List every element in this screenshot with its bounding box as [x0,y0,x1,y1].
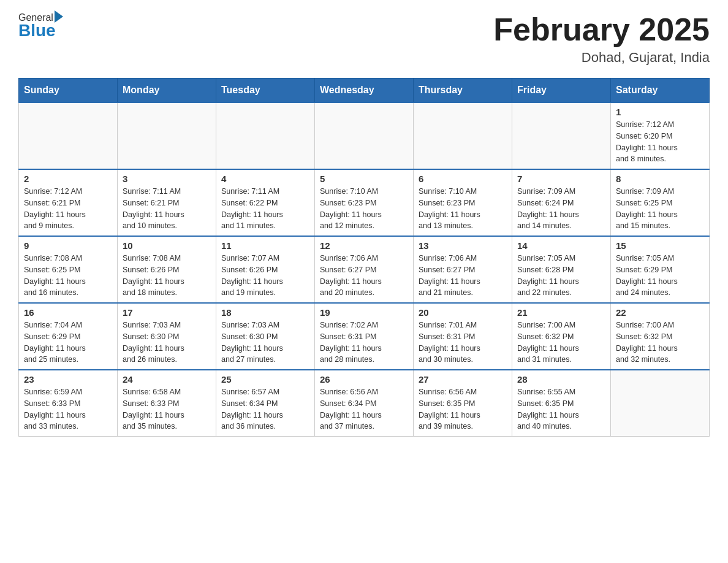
day-number: 23 [24,374,112,385]
day-number: 16 [24,307,112,318]
day-info: Sunrise: 6:56 AM Sunset: 6:34 PM Dayligh… [320,386,408,432]
day-number: 9 [24,240,112,251]
day-number: 21 [517,307,605,318]
day-number: 27 [419,374,507,385]
calendar-cell: 27Sunrise: 6:56 AM Sunset: 6:35 PM Dayli… [414,370,512,437]
day-number: 6 [419,174,507,184]
day-info: Sunrise: 6:55 AM Sunset: 6:35 PM Dayligh… [517,386,605,432]
day-info: Sunrise: 7:02 AM Sunset: 6:31 PM Dayligh… [320,320,408,366]
calendar-title: February 2025 [493,12,710,47]
calendar-cell: 19Sunrise: 7:02 AM Sunset: 6:31 PM Dayli… [315,303,414,370]
calendar-week-row: 1Sunrise: 7:12 AM Sunset: 6:20 PM Daylig… [19,102,710,169]
day-info: Sunrise: 6:58 AM Sunset: 6:33 PM Dayligh… [123,386,211,432]
calendar-week-row: 2Sunrise: 7:12 AM Sunset: 6:21 PM Daylig… [19,169,710,236]
calendar-cell [512,102,611,169]
calendar-week-row: 23Sunrise: 6:59 AM Sunset: 6:33 PM Dayli… [19,370,710,437]
day-info: Sunrise: 7:09 AM Sunset: 6:25 PM Dayligh… [616,186,704,232]
day-number: 17 [123,307,211,318]
day-number: 13 [419,240,507,251]
day-info: Sunrise: 7:03 AM Sunset: 6:30 PM Dayligh… [221,320,309,366]
day-number: 7 [517,174,605,184]
day-info: Sunrise: 7:06 AM Sunset: 6:27 PM Dayligh… [320,253,408,299]
calendar-cell: 22Sunrise: 7:00 AM Sunset: 6:32 PM Dayli… [611,303,710,370]
day-info: Sunrise: 7:11 AM Sunset: 6:21 PM Dayligh… [123,186,211,232]
day-info: Sunrise: 7:12 AM Sunset: 6:20 PM Dayligh… [616,119,704,165]
day-info: Sunrise: 7:05 AM Sunset: 6:28 PM Dayligh… [517,253,605,299]
calendar-cell: 4Sunrise: 7:11 AM Sunset: 6:22 PM Daylig… [216,169,315,236]
day-info: Sunrise: 7:08 AM Sunset: 6:25 PM Dayligh… [24,253,112,299]
day-number: 19 [320,307,408,318]
calendar-cell: 26Sunrise: 6:56 AM Sunset: 6:34 PM Dayli… [315,370,414,437]
calendar-table: SundayMondayTuesdayWednesdayThursdayFrid… [18,78,710,437]
calendar-cell [611,370,710,437]
calendar-cell: 7Sunrise: 7:09 AM Sunset: 6:24 PM Daylig… [512,169,611,236]
day-of-week-header: Tuesday [216,79,315,103]
day-of-week-header: Sunday [19,79,118,103]
day-number: 8 [616,174,704,184]
calendar-cell [216,102,315,169]
day-info: Sunrise: 7:08 AM Sunset: 6:26 PM Dayligh… [123,253,211,299]
day-number: 18 [221,307,309,318]
day-number: 26 [320,374,408,385]
day-info: Sunrise: 6:59 AM Sunset: 6:33 PM Dayligh… [24,386,112,432]
day-number: 5 [320,174,408,184]
day-info: Sunrise: 6:56 AM Sunset: 6:35 PM Dayligh… [419,386,507,432]
day-info: Sunrise: 7:05 AM Sunset: 6:29 PM Dayligh… [616,253,704,299]
day-info: Sunrise: 7:00 AM Sunset: 6:32 PM Dayligh… [517,320,605,366]
day-number: 12 [320,240,408,251]
day-info: Sunrise: 7:01 AM Sunset: 6:31 PM Dayligh… [419,320,507,366]
calendar-cell: 24Sunrise: 6:58 AM Sunset: 6:33 PM Dayli… [118,370,216,437]
calendar-cell: 2Sunrise: 7:12 AM Sunset: 6:21 PM Daylig… [19,169,118,236]
calendar-subtitle: Dohad, Gujarat, India [493,50,710,66]
day-info: Sunrise: 7:04 AM Sunset: 6:29 PM Dayligh… [24,320,112,366]
day-info: Sunrise: 7:07 AM Sunset: 6:26 PM Dayligh… [221,253,309,299]
day-number: 24 [123,374,211,385]
calendar-cell: 3Sunrise: 7:11 AM Sunset: 6:21 PM Daylig… [118,169,216,236]
calendar-cell: 14Sunrise: 7:05 AM Sunset: 6:28 PM Dayli… [512,236,611,303]
day-number: 3 [123,174,211,184]
calendar-cell [19,102,118,169]
calendar-header-row: SundayMondayTuesdayWednesdayThursdayFrid… [19,79,710,103]
day-info: Sunrise: 7:12 AM Sunset: 6:21 PM Dayligh… [24,186,112,232]
day-of-week-header: Thursday [414,79,512,103]
calendar-cell: 23Sunrise: 6:59 AM Sunset: 6:33 PM Dayli… [19,370,118,437]
calendar-cell: 15Sunrise: 7:05 AM Sunset: 6:29 PM Dayli… [611,236,710,303]
logo: General Blue [18,12,63,40]
calendar-cell: 17Sunrise: 7:03 AM Sunset: 6:30 PM Dayli… [118,303,216,370]
logo-blue-text: Blue [18,21,63,40]
day-number: 11 [221,240,309,251]
calendar-cell: 8Sunrise: 7:09 AM Sunset: 6:25 PM Daylig… [611,169,710,236]
calendar-week-row: 16Sunrise: 7:04 AM Sunset: 6:29 PM Dayli… [19,303,710,370]
day-of-week-header: Monday [118,79,216,103]
calendar-cell [118,102,216,169]
day-info: Sunrise: 7:00 AM Sunset: 6:32 PM Dayligh… [616,320,704,366]
day-number: 10 [123,240,211,251]
title-block: February 2025 Dohad, Gujarat, India [493,12,710,66]
day-number: 20 [419,307,507,318]
calendar-cell: 12Sunrise: 7:06 AM Sunset: 6:27 PM Dayli… [315,236,414,303]
calendar-cell: 10Sunrise: 7:08 AM Sunset: 6:26 PM Dayli… [118,236,216,303]
calendar-cell: 28Sunrise: 6:55 AM Sunset: 6:35 PM Dayli… [512,370,611,437]
day-info: Sunrise: 7:11 AM Sunset: 6:22 PM Dayligh… [221,186,309,232]
day-number: 1 [616,107,704,117]
day-number: 15 [616,240,704,251]
page-header: General Blue February 2025 Dohad, Gujara… [18,12,710,66]
calendar-cell: 18Sunrise: 7:03 AM Sunset: 6:30 PM Dayli… [216,303,315,370]
calendar-cell: 5Sunrise: 7:10 AM Sunset: 6:23 PM Daylig… [315,169,414,236]
day-info: Sunrise: 7:09 AM Sunset: 6:24 PM Dayligh… [517,186,605,232]
calendar-week-row: 9Sunrise: 7:08 AM Sunset: 6:25 PM Daylig… [19,236,710,303]
calendar-cell: 20Sunrise: 7:01 AM Sunset: 6:31 PM Dayli… [414,303,512,370]
day-number: 28 [517,374,605,385]
day-info: Sunrise: 7:10 AM Sunset: 6:23 PM Dayligh… [419,186,507,232]
calendar-cell: 21Sunrise: 7:00 AM Sunset: 6:32 PM Dayli… [512,303,611,370]
day-number: 14 [517,240,605,251]
calendar-cell: 25Sunrise: 6:57 AM Sunset: 6:34 PM Dayli… [216,370,315,437]
day-number: 4 [221,174,309,184]
calendar-cell: 13Sunrise: 7:06 AM Sunset: 6:27 PM Dayli… [414,236,512,303]
day-info: Sunrise: 7:10 AM Sunset: 6:23 PM Dayligh… [320,186,408,232]
day-number: 22 [616,307,704,318]
calendar-cell: 16Sunrise: 7:04 AM Sunset: 6:29 PM Dayli… [19,303,118,370]
day-number: 25 [221,374,309,385]
day-info: Sunrise: 6:57 AM Sunset: 6:34 PM Dayligh… [221,386,309,432]
day-of-week-header: Saturday [611,79,710,103]
